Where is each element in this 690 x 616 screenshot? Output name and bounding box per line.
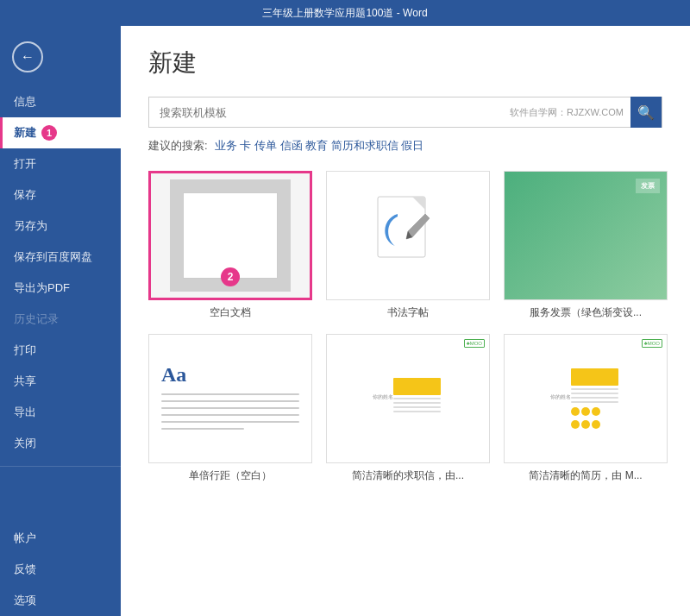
template-label-resume1: 简洁清晰的求职信，由...: [352, 468, 464, 483]
sidebar-item-share[interactable]: 共享: [0, 366, 121, 397]
sidebar-item-label: 导出为PDF: [14, 281, 70, 294]
sidebar-item-save[interactable]: 保存: [0, 179, 121, 211]
template-item-single-spacing[interactable]: Aa单倍行距（空白）: [148, 334, 312, 483]
template-badge: 2: [221, 267, 240, 286]
sidebar-item-open[interactable]: 打开: [0, 148, 121, 179]
template-grid: 2空白文档书法字帖发票服务发票（绿色渐变设...Aa单倍行距（空白）你的姓名♣M…: [148, 171, 662, 483]
active-border: [0, 117, 3, 148]
search-button[interactable]: 🔍: [630, 97, 662, 128]
template-label-single-spacing: 单倍行距（空白）: [189, 468, 272, 483]
sidebar-item-feedback[interactable]: 反馈: [0, 554, 121, 585]
sidebar-item-label: 导出: [14, 405, 36, 418]
suggestion-link[interactable]: 信函: [280, 139, 306, 152]
sidebar-item-label: 保存到百度网盘: [14, 250, 92, 263]
sidebar-item-label: 关闭: [14, 437, 36, 449]
sidebar-item-savebaiducloud[interactable]: 保存到百度网盘: [0, 242, 121, 273]
suggestion-link[interactable]: 假日: [401, 139, 423, 152]
title-bar-text: 三年级上册数学应用题100道 - Word: [262, 6, 427, 21]
template-thumb-invoice: 发票: [504, 171, 668, 300]
template-item-invoice[interactable]: 发票服务发票（绿色渐变设...: [504, 171, 668, 320]
sidebar-item-label: 打印: [14, 343, 36, 356]
sidebar-divider: [0, 466, 121, 467]
suggestion-link[interactable]: 教育: [305, 139, 331, 152]
template-label-calligraphy: 书法字帖: [387, 305, 429, 320]
sidebar-item-close[interactable]: 关闭: [0, 428, 121, 459]
sidebar-item-new[interactable]: 新建1: [0, 117, 121, 148]
search-input[interactable]: [149, 106, 510, 119]
sidebar-item-label: 新建: [14, 126, 36, 139]
sidebar-bottom-nav: 帐户反馈选项: [0, 523, 121, 616]
template-item-resume1[interactable]: 你的姓名♣MOO简洁清晰的求职信，由...: [326, 334, 490, 483]
template-label-blank: 空白文档: [210, 305, 251, 320]
sidebar-item-export[interactable]: 导出: [0, 397, 121, 428]
sidebar-item-info[interactable]: 信息: [0, 86, 121, 117]
suggestion-link[interactable]: 卡: [240, 139, 254, 152]
suggestion-link[interactable]: 简历和求职信: [331, 139, 402, 152]
search-hint: 软件自学网：RJZXW.COM: [510, 106, 630, 119]
template-item-calligraphy[interactable]: 书法字帖: [326, 171, 490, 320]
template-label-resume2: 简洁清晰的简历，由 M...: [529, 468, 642, 483]
sidebar: ← 信息新建1打开保存另存为保存到百度网盘导出为PDF历史记录打印共享导出关闭 …: [0, 26, 121, 616]
sidebar-item-exportpdf[interactable]: 导出为PDF: [0, 273, 121, 304]
suggestion-link[interactable]: 传单: [254, 139, 280, 152]
suggestions-bar: 建议的搜索: 业务 卡 传单 信函 教育 简历和求职信 假日: [148, 138, 662, 154]
sidebar-item-account[interactable]: 帐户: [0, 523, 121, 554]
back-button[interactable]: ←: [12, 41, 43, 72]
sidebar-item-saveas[interactable]: 另存为: [0, 211, 121, 242]
page-title: 新建: [148, 47, 662, 79]
suggestions-label: 建议的搜索:: [148, 138, 208, 154]
title-bar: 三年级上册数学应用题100道 - Word: [0, 0, 690, 26]
sidebar-item-label: 另存为: [14, 219, 47, 232]
template-label-invoice: 服务发票（绿色渐变设...: [530, 305, 642, 320]
sidebar-item-label: 打开: [14, 157, 36, 170]
template-thumb-calligraphy: [326, 171, 490, 300]
sidebar-badge: 1: [41, 125, 57, 141]
template-thumb-blank: 2: [148, 171, 312, 300]
sidebar-item-options[interactable]: 选项: [0, 585, 121, 616]
template-thumb-resume2: 你的姓名♣MOO: [504, 334, 668, 463]
sidebar-item-history[interactable]: 历史记录: [0, 304, 121, 335]
sidebar-item-label: 保存: [14, 188, 36, 201]
suggestion-link[interactable]: 业务: [215, 139, 241, 152]
sidebar-item-label: 信息: [14, 95, 36, 108]
template-thumb-single-spacing: Aa: [148, 334, 312, 463]
sidebar-item-label: 历史记录: [14, 312, 59, 325]
search-bar: 软件自学网：RJZXW.COM 🔍: [148, 97, 662, 128]
template-item-resume2[interactable]: 你的姓名♣MOO简洁清晰的简历，由 M...: [504, 334, 668, 483]
template-item-blank[interactable]: 2空白文档: [148, 171, 312, 320]
app-container: ← 信息新建1打开保存另存为保存到百度网盘导出为PDF历史记录打印共享导出关闭 …: [0, 26, 690, 616]
suggestion-items: 业务 卡 传单 信函 教育 简历和求职信 假日: [215, 138, 424, 154]
template-thumb-resume1: 你的姓名♣MOO: [326, 334, 490, 463]
sidebar-item-print[interactable]: 打印: [0, 335, 121, 366]
sidebar-nav: 信息新建1打开保存另存为保存到百度网盘导出为PDF历史记录打印共享导出关闭: [0, 86, 121, 459]
content-area: 新建 软件自学网：RJZXW.COM 🔍 建议的搜索: 业务 卡 传单 信函 教…: [121, 26, 690, 616]
sidebar-item-label: 共享: [14, 374, 36, 387]
